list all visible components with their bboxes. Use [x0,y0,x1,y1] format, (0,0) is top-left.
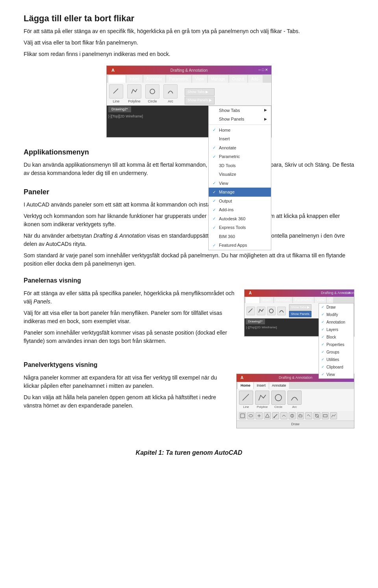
line-icon[interactable] [109,84,123,99]
tab-insert-second[interactable]: Insert [260,297,273,303]
tiny-icon-12[interactable] [330,412,337,419]
autocad-viewport: Drawing2* [-][Top][2D Wireframe] Show Ta… [107,106,271,137]
small-icon-row [237,411,354,421]
circle-icon-second[interactable] [267,307,276,315]
tools-row-second: Show Tabs ▶ Show Panels ✓Draw ✓Modify ✓A… [245,303,354,318]
tiny-icon-11[interactable] [322,412,329,419]
dropdown-item-3dtools[interactable]: 3D Tools [209,161,271,170]
annotate-check: ✓ [213,145,217,151]
polyline-icon[interactable] [127,84,141,99]
dropdown-item-addins[interactable]: ✓ Add-ins [209,205,271,214]
showpanels-arrow: ▶ [264,117,267,122]
tab-insert[interactable]: Insert [126,75,143,83]
footer-text: Kapitel 1: Ta turen genom AutoCAD [24,448,354,458]
arc-icon[interactable] [163,84,178,99]
arc-icon-second[interactable] [277,307,286,315]
dropdown-item-insert[interactable]: Insert [209,134,271,143]
dropdown-item-output[interactable]: ✓ Output [209,197,271,206]
menu-groups[interactable]: ✓Groups [319,348,354,356]
tool-line: Line [109,84,123,104]
tab-parametric[interactable]: Parametric [166,75,191,83]
featured-label: Featured Apps [219,242,247,249]
menu-utilities[interactable]: ✓Utilities [319,356,354,363]
tiny-icon-3[interactable] [256,412,263,419]
menu-view[interactable]: ✓View [319,371,354,378]
dropdown-item-visualize[interactable]: Visualize [209,170,271,179]
dropdown-divider-1 [209,125,271,125]
tab-addins[interactable]: Add- [248,75,263,83]
circle-icon-third[interactable] [271,391,285,405]
menu-block[interactable]: ✓Block [319,333,354,341]
dropdown-item-manage[interactable]: ✓ Manage [209,188,271,197]
tiny-icon-4[interactable] [264,412,271,419]
tab-parametric-second[interactable]: Parametric [293,297,314,303]
line-group: Line [239,391,253,409]
tab-manage[interactable]: Manage [208,75,228,83]
titlebar-logo-second: A [248,290,253,296]
show-tabs-button[interactable]: Show Tabs ▶ [185,88,215,96]
tab-annotate-second[interactable]: Annotate [274,297,292,303]
menu-properties[interactable]: ✓Properties [319,341,354,348]
addins-label: Add-ins [219,207,233,213]
menu-layers[interactable]: ✓Layers [319,326,354,333]
dropdown-item-view[interactable]: ✓ View [209,179,271,188]
tab-a-second[interactable]: A [327,297,333,303]
tiny-icon-9[interactable] [305,412,312,419]
tab-view-second[interactable]: View [315,297,326,303]
dropdown-item-featured[interactable]: ✓ Featured Apps [209,241,271,250]
circle-icon[interactable] [145,84,159,99]
tab-annotate[interactable]: Annotate [143,75,165,83]
tab-insert-third[interactable]: Insert [254,382,269,389]
tiny-icon-8[interactable] [297,412,304,419]
dropdown-item-annotate[interactable]: ✓ Annotate [209,143,271,153]
dropdown-item-autodesk360[interactable]: ✓ Autodesk 360 [209,214,271,223]
tiny-icon-10[interactable] [313,412,321,419]
output-label: Output [219,198,232,205]
arc-icon-third[interactable] [287,391,302,405]
menu-clipboard[interactable]: ✓Clipboard [319,363,354,371]
tab-home-second[interactable]: Home [246,297,259,303]
clipboard-check: ✓ [321,365,325,370]
polyline-icon-second[interactable] [257,307,265,315]
tab-home-third[interactable]: Home [238,382,253,389]
show-panels-btn-second[interactable]: Show Panels [289,311,311,317]
tiny-icon-6[interactable] [280,412,287,419]
line-icon-third[interactable] [239,391,253,405]
dropdown-item-bim360[interactable]: BIM 360 [209,232,271,241]
dropdown-item-showtabs[interactable]: Show Tabs ▶ [209,106,271,115]
show-tabs-label-second: Show Tabs [291,305,306,310]
tiny-icon-2[interactable] [247,412,254,419]
show-tabs-btn-second[interactable]: Show Tabs ▶ [289,304,311,311]
dropdown-item-home[interactable]: ✓ Home [209,126,271,135]
chevron-right-second: ▶ [307,305,309,310]
paneler-text2: Verktyg och kommandon som har liknande f… [24,212,354,229]
autocad-ui-first: A Drafting & Annotation ─ □ ✕ Home Inser… [106,65,272,138]
panelernas-text2: Välj för att visa eller ta bort paneler … [24,309,236,326]
insert-label: Insert [219,136,230,142]
menu-annotation[interactable]: ✓Annotation [319,318,354,326]
tiny-icon-1[interactable] [239,412,246,419]
tiny-icon-5[interactable] [272,412,279,419]
tab-view[interactable]: View [192,75,207,83]
tab-home[interactable]: Home [108,75,126,83]
menu-modify[interactable]: ✓Modify [319,311,354,318]
autodesk360-check: ✓ [213,216,217,221]
dropdown-item-express[interactable]: ✓ Express Tools [209,223,271,232]
svg-point-13 [274,417,275,418]
panelverktygens-visning-title: Panelverktygens visning [24,360,354,370]
tiny-icon-7[interactable] [289,412,296,419]
panelverktygens-text2: Du kan välja att hålla hela panelen öppe… [24,393,228,410]
output-check: ✓ [213,198,217,204]
page-title: Lägga till eller ta bort flikar [24,12,354,25]
tab-output[interactable]: Output [229,75,247,83]
ribbon-tabs-third: Home Insert Annotate [237,382,354,389]
properties-label: Properties [326,342,345,348]
menu-draw[interactable]: ✓Draw [319,303,354,311]
show-panels-button[interactable]: Show Panels ▶ [185,97,215,104]
dropdown-item-showpanels[interactable]: Show Panels ▶ [209,115,271,124]
tab-annotate-third[interactable]: Annotate [269,382,289,389]
dropdown-item-parametric[interactable]: ✓ Parametric [209,152,271,161]
express-label: Express Tools [219,224,246,231]
polyline-icon-third[interactable] [255,391,269,405]
line-icon-second[interactable] [246,307,255,315]
